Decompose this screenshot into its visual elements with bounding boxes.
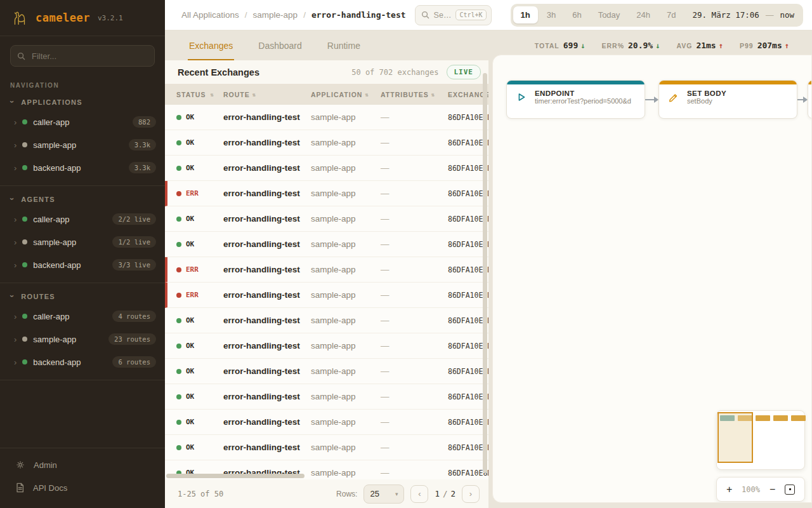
sidebar-item-api-docs[interactable]: API Docs — [0, 476, 165, 499]
status-dot-icon — [176, 445, 181, 450]
sidebar-item-sample-app[interactable]: ›sample-app3.3k — [0, 133, 165, 156]
sort-icon: ⇅ — [431, 91, 435, 98]
table-row[interactable]: OKerror-handling-testsample-app—86DFA10E… — [165, 232, 488, 257]
sidebar-item-sample-app[interactable]: ›sample-app1/2 live — [0, 231, 165, 253]
zoom-out-button[interactable]: − — [769, 485, 775, 495]
column-header-status[interactable]: STATUS⇅ — [176, 91, 223, 98]
table-row[interactable]: OKerror-handling-testsample-app—86DFA10E… — [165, 130, 488, 156]
breadcrumb-item[interactable]: All Applications — [181, 10, 239, 20]
flow-node-partial[interactable] — [808, 80, 812, 119]
app-name: cameleer — [36, 11, 90, 24]
time-range-24h[interactable]: 24h — [629, 6, 658, 23]
sidebar-item-backend-app[interactable]: ›backend-app6 routes — [0, 351, 165, 373]
sidebar-item-label: API Docs — [33, 483, 67, 493]
sidebar-item-label: caller-app — [33, 215, 69, 224]
attributes-cell: — — [381, 138, 448, 147]
column-header-attributes[interactable]: ATTRIBUTES⇅ — [381, 91, 448, 98]
status-dot-icon — [176, 318, 181, 323]
route-cell: error-handling-test — [223, 138, 311, 147]
stat-value: 20.9% — [628, 41, 653, 50]
sidebar-filter[interactable] — [10, 45, 155, 67]
time-range-3h[interactable]: 3h — [539, 6, 563, 23]
minimap-viewport[interactable] — [717, 412, 753, 463]
navigation-label: NAVIGATION — [10, 82, 155, 89]
status-dot-icon — [176, 242, 181, 247]
rows-per-page-select[interactable]: 25 ▾ — [363, 485, 404, 504]
next-page-button[interactable]: › — [462, 485, 480, 503]
flow-node-set-body[interactable]: SET BODY setBody — [658, 80, 797, 119]
attributes-cell: — — [381, 341, 448, 351]
range-to[interactable]: now — [777, 10, 801, 20]
horizontal-scrollbar[interactable] — [166, 474, 304, 478]
tab-dashboard[interactable]: Dashboard — [257, 30, 303, 60]
time-range-control: 1h3h6hToday24h7d 29. März 17:06 — now — [511, 4, 803, 27]
minimap[interactable] — [716, 410, 805, 470]
time-range-today[interactable]: Today — [591, 6, 628, 23]
section-header-routes[interactable]: ›ROUTES — [0, 284, 165, 305]
application-cell: sample-app — [311, 189, 381, 198]
sidebar-item-label: backend-app — [33, 358, 81, 367]
column-header-route[interactable]: ROUTE⇅ — [223, 91, 311, 98]
time-range-6h[interactable]: 6h — [565, 6, 589, 23]
section-header-applications[interactable]: ›APPLICATIONS — [0, 90, 165, 110]
flow-node-endpoint[interactable]: ENDPOINT timer:errorTest?period=5000&del… — [506, 80, 645, 119]
table-row[interactable]: OKerror-handling-testsample-app—86DFA10E… — [165, 435, 488, 460]
sidebar-item-sample-app[interactable]: ›sample-app23 routes — [0, 328, 165, 351]
column-header-application[interactable]: APPLICATION⇅ — [311, 91, 381, 98]
application-cell: sample-app — [311, 316, 381, 325]
status-dot-icon — [176, 344, 181, 349]
sidebar-item-backend-app[interactable]: ›backend-app3.3k — [0, 156, 165, 179]
sidebar-item-badge: 4 routes — [112, 311, 156, 322]
vertical-scrollbar[interactable] — [483, 73, 487, 473]
search-icon — [17, 52, 25, 60]
table-row[interactable]: OKerror-handling-testsample-app—86DFA10E… — [165, 206, 488, 232]
search-shortcut: Ctrl+K — [455, 10, 486, 20]
table-row[interactable]: OKerror-handling-testsample-app—86DFA10E… — [165, 308, 488, 333]
time-range-7d[interactable]: 7d — [659, 6, 683, 23]
table-row[interactable]: OKerror-handling-testsample-app—86DFA10E… — [165, 105, 488, 130]
table-row[interactable]: ERRerror-handling-testsample-app—86DFA10… — [165, 181, 488, 206]
sidebar-item-caller-app[interactable]: ›caller-app882 — [0, 110, 165, 133]
status-dot-icon — [176, 267, 181, 272]
chevron-right-icon: › — [14, 260, 16, 270]
status-dot-icon — [176, 217, 181, 222]
status-text: OK — [186, 443, 194, 451]
table-row[interactable]: OKerror-handling-testsample-app—86DFA10E… — [165, 156, 488, 181]
sidebar-item-caller-app[interactable]: ›caller-app4 routes — [0, 305, 165, 328]
sidebar-item-caller-app[interactable]: ›caller-app2/2 live — [0, 208, 165, 231]
breadcrumb-item[interactable]: error-handling-test — [311, 10, 406, 20]
route-cell: error-handling-test — [223, 316, 311, 325]
sidebar-item-admin[interactable]: Admin — [0, 453, 165, 476]
table-row[interactable]: OKerror-handling-testsample-app—86DFA10E… — [165, 333, 488, 359]
sidebar-item-label: sample-app — [33, 140, 76, 150]
sidebar-item-badge: 3.3k — [129, 139, 156, 150]
live-badge: LIVE — [447, 65, 481, 79]
chevron-down-icon: › — [8, 295, 16, 298]
route-flow-canvas[interactable]: ENDPOINT timer:errorTest?period=5000&del… — [492, 55, 812, 503]
table-row[interactable]: OKerror-handling-testsample-app—86DFA10E… — [165, 410, 488, 435]
route-cell: error-handling-test — [223, 341, 311, 351]
time-range-1h[interactable]: 1h — [513, 6, 538, 23]
trend-down-icon: ↓ — [580, 41, 585, 50]
range-from[interactable]: 29. März 17:06 — [685, 10, 762, 20]
zoom-in-button[interactable]: + — [726, 485, 732, 495]
prev-page-button[interactable]: ‹ — [410, 485, 428, 503]
global-search[interactable]: Se… Ctrl+K — [415, 5, 492, 25]
filter-input[interactable] — [30, 51, 148, 62]
table-row[interactable]: OKerror-handling-testsample-app—86DFA10E… — [165, 384, 488, 410]
table-row[interactable]: ERRerror-handling-testsample-app—86DFA10… — [165, 257, 488, 283]
section-header-agents[interactable]: ›AGENTS — [0, 187, 165, 208]
table-row[interactable]: OKerror-handling-testsample-app—86DFA10E… — [165, 359, 488, 384]
sidebar-item-backend-app[interactable]: ›backend-app3/3 live — [0, 253, 165, 276]
breadcrumb-item[interactable]: sample-app — [253, 10, 298, 20]
zoom-level: 100% — [742, 485, 760, 494]
stat-label: P99 — [740, 42, 754, 50]
tab-exchanges[interactable]: Exchanges — [188, 30, 234, 60]
tab-runtime[interactable]: Runtime — [326, 30, 362, 60]
status-text: OK — [186, 392, 194, 401]
table-row[interactable]: ERRerror-handling-testsample-app—86DFA10… — [165, 283, 488, 308]
sidebar-item-badge: 1/2 live — [112, 236, 156, 248]
attributes-cell: — — [381, 392, 448, 401]
fit-view-button[interactable] — [785, 485, 795, 495]
table-header: STATUS⇅ROUTE⇅APPLICATION⇅ATTRIBUTES⇅EXCH… — [165, 84, 488, 105]
